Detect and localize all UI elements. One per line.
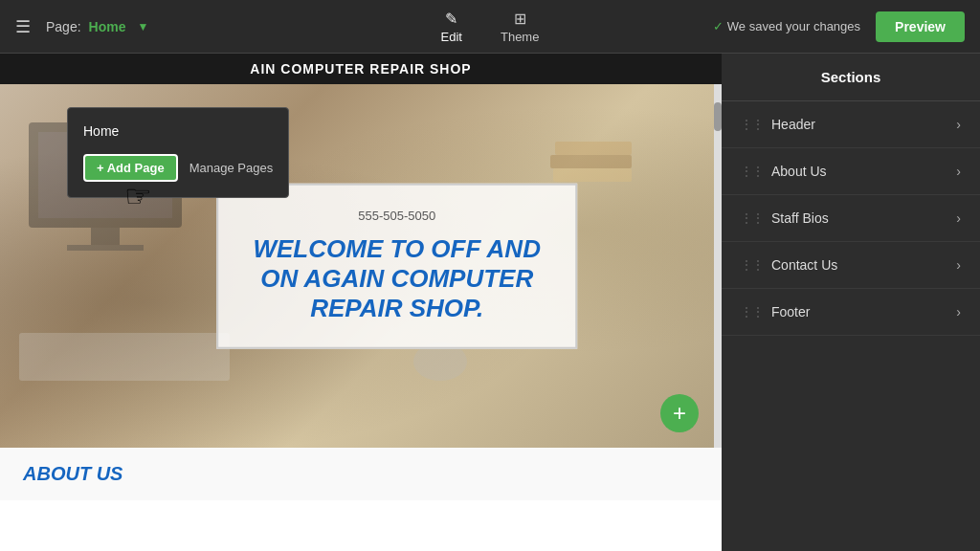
scrollbar-thumb[interactable] (714, 102, 722, 131)
page-name[interactable]: Home (89, 19, 126, 34)
add-section-button[interactable]: + (660, 394, 699, 432)
section-item-left: ⋮⋮ Staff Bios (741, 210, 829, 226)
svg-rect-4 (19, 333, 230, 381)
topbar-right: ✓ We saved your changes Preview (713, 11, 965, 42)
tab-theme[interactable]: ⊞ Theme (501, 10, 539, 44)
topbar-left: ☰ Page: Home ▼ (15, 16, 148, 37)
saved-status: ✓ We saved your changes (713, 19, 860, 33)
chevron-right-icon: › (956, 257, 961, 273)
content-area: Home + Add Page Manage Pages ☞ AIN COMPU… (0, 54, 722, 551)
section-item-left: ⋮⋮ Contact Us (741, 257, 837, 273)
hero-title: WELCOME TO OFF AND ON AGAIN COMPUTER REP… (249, 234, 545, 324)
scrollbar-track[interactable] (714, 84, 722, 448)
chevron-right-icon: › (956, 304, 961, 320)
svg-rect-2 (91, 228, 120, 247)
topbar: ☰ Page: Home ▼ ✎ Edit ⊞ Theme ✓ We saved… (0, 0, 980, 54)
section-list: ⋮⋮ Header › ⋮⋮ About Us › ⋮⋮ Staff Bios … (722, 101, 980, 336)
topbar-center: ✎ Edit ⊞ Theme (441, 10, 540, 44)
svg-rect-6 (550, 155, 632, 168)
page-dropdown: Home + Add Page Manage Pages (67, 107, 289, 198)
site-header-bar: AIN COMPUTER REPAIR SHOP (0, 54, 722, 84)
page-dropdown-arrow[interactable]: ▼ (138, 20, 149, 33)
svg-rect-7 (553, 168, 632, 182)
panel-title: Sections (722, 54, 980, 101)
preview-button[interactable]: Preview (876, 11, 965, 42)
drag-handle-icon: ⋮⋮ (741, 165, 764, 178)
section-item-label: Header (771, 117, 815, 132)
check-icon: ✓ (713, 19, 724, 33)
edit-icon: ✎ (445, 10, 457, 28)
drag-handle-icon: ⋮⋮ (741, 211, 764, 225)
chevron-right-icon: › (956, 164, 961, 179)
section-item-left: ⋮⋮ About Us (741, 164, 827, 179)
section-item-footer[interactable]: ⋮⋮ Footer › (722, 289, 980, 336)
page-label: Page: (46, 19, 81, 34)
add-page-button[interactable]: + Add Page (83, 154, 178, 182)
drag-handle-icon: ⋮⋮ (741, 305, 764, 319)
section-item-label: About Us (771, 164, 827, 179)
manage-pages-link[interactable]: Manage Pages (189, 161, 273, 175)
svg-rect-5 (555, 142, 632, 155)
section-item-contact-us[interactable]: ⋮⋮ Contact Us › (722, 242, 980, 289)
theme-icon: ⊞ (514, 10, 526, 28)
section-item-left: ⋮⋮ Header (741, 117, 815, 132)
section-item-header[interactable]: ⋮⋮ Header › (722, 101, 980, 148)
main-area: FEEDBACK Home + Add Page Manage Pages ☞ … (0, 54, 980, 551)
drag-handle-icon: ⋮⋮ (741, 258, 764, 272)
about-section-preview: ABOUT US (0, 448, 722, 500)
hamburger-icon[interactable]: ☰ (15, 16, 31, 37)
theme-label: Theme (501, 30, 539, 44)
tab-edit[interactable]: ✎ Edit (441, 10, 462, 44)
edit-label: Edit (441, 30, 462, 44)
page-dropdown-home[interactable]: Home (68, 116, 288, 146)
section-item-label: Contact Us (771, 257, 837, 273)
hero-content-box: 555-505-5050 WELCOME TO OFF AND ON AGAIN… (216, 184, 577, 349)
about-title-preview: ABOUT US (23, 463, 699, 485)
hero-phone: 555-505-5050 (249, 209, 545, 223)
section-item-left: ⋮⋮ Footer (741, 304, 810, 320)
chevron-right-icon: › (956, 210, 961, 226)
saved-text-label: We saved your changes (727, 19, 860, 33)
section-item-staff-bios[interactable]: ⋮⋮ Staff Bios › (722, 195, 980, 242)
section-item-label: Footer (771, 304, 810, 320)
page-dropdown-actions: + Add Page Manage Pages (68, 146, 288, 189)
right-panel: Sections ⋮⋮ Header › ⋮⋮ About Us › ⋮⋮ St… (722, 54, 980, 551)
chevron-right-icon: › (956, 117, 961, 132)
section-item-about-us[interactable]: ⋮⋮ About Us › (722, 148, 980, 195)
drag-handle-icon: ⋮⋮ (741, 118, 764, 131)
section-item-label: Staff Bios (771, 210, 829, 226)
svg-rect-3 (67, 245, 144, 251)
